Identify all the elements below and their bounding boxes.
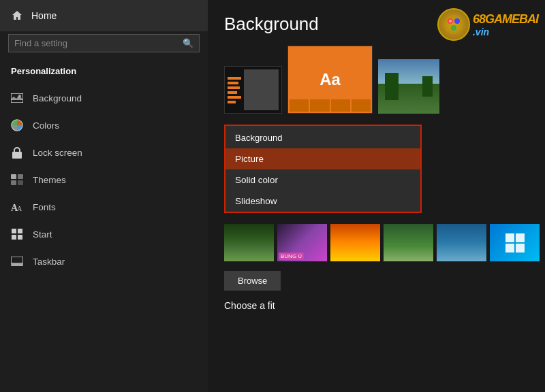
lock-screen-icon	[11, 146, 23, 159]
svg-rect-12	[12, 235, 16, 240]
logo-overlay: 68GAMEBAI .vin	[437, 8, 538, 41]
svg-rect-11	[18, 229, 22, 233]
sidebar-item-start[interactable]: Start	[0, 220, 208, 248]
svg-rect-15	[11, 264, 23, 266]
preview-area: Aa	[224, 46, 529, 114]
svg-point-19	[451, 25, 456, 31]
dropdown-option-slideshow[interactable]: Slideshow	[225, 191, 420, 212]
svg-rect-13	[18, 235, 22, 240]
thumbnail-nature2[interactable]	[384, 224, 433, 261]
start-label: Start	[33, 229, 52, 240]
svg-point-20	[449, 20, 452, 22]
sidebar-item-colors[interactable]: Colors	[0, 112, 208, 139]
preview-bar	[228, 86, 240, 89]
fonts-label: Fonts	[33, 202, 56, 212]
themes-icon	[11, 174, 23, 186]
logo-vin: .vin	[473, 27, 538, 37]
thumbnail-windows[interactable]	[490, 224, 540, 261]
svg-rect-7	[18, 180, 23, 185]
main-content: 68GAMEBAI .vin Background Aa	[208, 0, 545, 392]
colors-icon	[11, 119, 23, 131]
logo-badge	[437, 8, 470, 41]
preview-orange-bars	[228, 69, 241, 110]
dropdown-option-picture[interactable]: Picture	[225, 148, 420, 169]
sidebar: Home 🔍 Personalization Background Colo	[0, 0, 208, 392]
colors-label: Colors	[33, 120, 59, 131]
sidebar-item-lock-screen[interactable]: Lock screen	[0, 139, 208, 166]
search-bar[interactable]: 🔍	[8, 34, 200, 52]
sidebar-item-themes[interactable]: Themes	[0, 166, 208, 193]
themes-label: Themes	[33, 175, 66, 185]
preview-small-dark	[244, 69, 279, 110]
sidebar-item-background[interactable]: Background	[0, 84, 208, 112]
preview-bar	[228, 77, 241, 80]
dropdown-label: Background	[225, 126, 420, 148]
svg-point-18	[454, 18, 460, 24]
preview-bar	[228, 82, 238, 84]
svg-rect-22	[516, 233, 525, 242]
preview-bar	[228, 96, 241, 99]
svg-rect-14	[11, 257, 23, 263]
logo-text: 68GAMEBAI	[473, 12, 538, 27]
background-icon	[11, 92, 23, 104]
preview-small-monitor	[224, 66, 282, 114]
svg-point-16	[444, 15, 463, 34]
svg-rect-6	[11, 180, 16, 185]
thumbnail-windows-bg	[490, 224, 540, 261]
browse-button[interactable]: Browse	[224, 271, 281, 291]
sidebar-item-home[interactable]: Home	[0, 0, 208, 31]
svg-rect-3	[12, 152, 22, 159]
dropdown-option-solid-color[interactable]: Solid color	[225, 169, 420, 191]
home-label: Home	[31, 10, 57, 21]
svg-rect-21	[505, 233, 514, 242]
search-icon[interactable]: 🔍	[183, 38, 193, 48]
taskbar-label: Taskbar	[33, 257, 65, 267]
fonts-icon: A A	[11, 201, 23, 213]
preview-aa: Aa	[320, 70, 341, 89]
start-icon	[11, 228, 23, 240]
svg-rect-10	[12, 229, 16, 233]
svg-point-1	[18, 95, 21, 97]
sidebar-section-title: Personalization	[0, 61, 208, 84]
sidebar-item-taskbar[interactable]: Taskbar	[0, 248, 208, 275]
background-label: Background	[33, 93, 82, 103]
preview-tree2	[422, 76, 433, 97]
sidebar-item-fonts[interactable]: A A Fonts	[0, 193, 208, 220]
preview-bar	[228, 101, 236, 103]
svg-rect-24	[516, 244, 525, 252]
preview-grid-cell	[331, 99, 350, 112]
thumbnail-forest[interactable]	[224, 224, 274, 261]
thumbnail-sunset[interactable]	[330, 224, 380, 261]
preview-bar	[228, 91, 237, 94]
preview-grid-cell	[352, 99, 371, 112]
thumbnail-anime-label: BUNG Ú	[279, 252, 304, 260]
preview-landscape	[378, 59, 439, 114]
svg-rect-4	[11, 174, 16, 179]
search-input[interactable]	[14, 38, 183, 48]
thumbnail-lake[interactable]	[437, 224, 486, 261]
background-dropdown-container: Background Picture Solid color Slideshow	[224, 125, 422, 213]
choose-fit-label: Choose a fit	[224, 300, 529, 311]
svg-rect-23	[505, 244, 514, 252]
home-icon	[11, 10, 23, 22]
preview-grid-cell	[310, 99, 329, 112]
svg-text:A: A	[17, 205, 22, 212]
taskbar-icon	[11, 255, 23, 267]
preview-tree	[385, 73, 399, 100]
preview-grid-cell	[290, 99, 309, 112]
svg-rect-5	[18, 174, 23, 179]
lock-screen-label: Lock screen	[33, 148, 82, 158]
preview-grid	[288, 98, 372, 113]
thumbnail-strip: BUNG Ú	[224, 224, 529, 261]
preview-main-monitor: Aa	[287, 46, 373, 114]
thumbnail-anime[interactable]: BUNG Ú	[277, 224, 327, 261]
